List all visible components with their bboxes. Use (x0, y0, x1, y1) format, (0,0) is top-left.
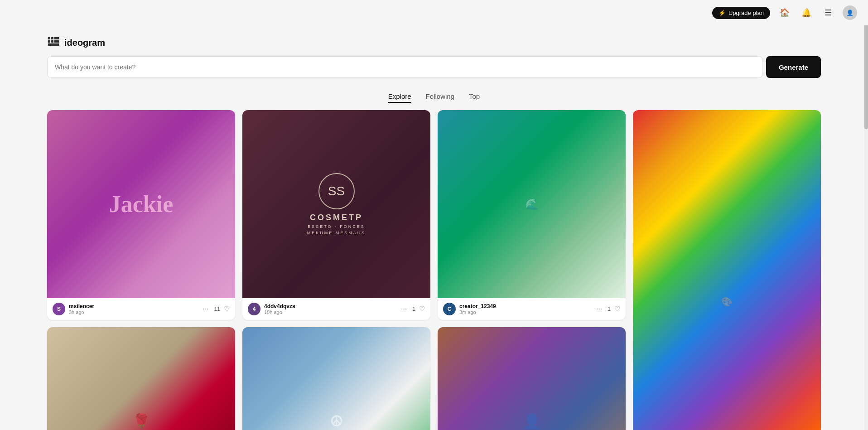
upgrade-plan-button[interactable]: ⚡ Upgrade plan (712, 7, 770, 19)
card-cosmetic-footer: 4 4ddv4dqvzs 10h ago ··· 1 ♡ (242, 298, 430, 320)
card-man-image-wrapper[interactable]: 👤 (438, 327, 626, 430)
search-input[interactable] (47, 56, 762, 78)
avatar-placeholder-icon: 👤 (846, 10, 854, 16)
user-info-msilencer: msilencer 3h ago (69, 303, 94, 315)
face-overlay: 🎨 (633, 110, 821, 430)
user-avatar-4ddv: 4 (248, 303, 260, 315)
svg-rect-2 (48, 40, 50, 43)
logo-icon (47, 36, 60, 49)
card-jackie-more-button[interactable]: ··· (201, 304, 210, 314)
cosmetic-logo-overlay: SS COSMETP ESSETO · FONCES MEKUME MÉSMAU… (242, 110, 430, 298)
home-icon: 🏠 (780, 8, 790, 18)
scrollbar[interactable] (864, 0, 868, 430)
sheep-overlay: ☮ (242, 327, 430, 430)
tab-top[interactable]: Top (469, 92, 480, 103)
card-ocean-footer: C creator_12349 3m ago ··· 1 ♡ (438, 298, 626, 320)
cosmetic-title: COSMETP (310, 213, 363, 222)
home-button[interactable]: 🏠 (777, 5, 792, 20)
card-cosmetic-like-button[interactable]: ♡ (419, 305, 425, 313)
svg-rect-6 (48, 43, 59, 46)
card-cosmetic-user: 4 4ddv4dqvzs 10h ago (248, 303, 295, 315)
svg-rect-4 (54, 37, 59, 39)
card-ocean-more-button[interactable]: ··· (594, 304, 604, 314)
jackie-overlay: Jackie (47, 110, 235, 298)
search-area: Generate (0, 56, 868, 89)
topbar-right: ⚡ Upgrade plan 🏠 🔔 ☰ 👤 (712, 5, 857, 20)
card-sheep-image-wrapper[interactable]: ☮ (242, 327, 430, 430)
notifications-button[interactable]: 🔔 (799, 5, 814, 20)
svg-rect-3 (51, 40, 53, 43)
cosmetic-sub2: MEKUME MÉSMAUS (307, 231, 366, 235)
logo-text: ideogram (64, 38, 105, 48)
upgrade-plan-label: Upgrade plan (728, 10, 764, 16)
card-ocean-user: C creator_12349 3m ago (443, 303, 496, 315)
menu-button[interactable]: ☰ (821, 5, 835, 20)
tabs-area: Explore Following Top (0, 89, 868, 110)
card-ocean-like-count: 1 (608, 306, 611, 312)
gallery: Jackie S msilencer 3h ago ··· 11 ♡ (0, 110, 868, 430)
user-info-creator: creator_12349 3m ago (459, 303, 496, 315)
main-content: ideogram Generate Explore Following Top … (0, 0, 868, 430)
card-sheep: ☮ (242, 327, 430, 430)
cosmetic-sub: ESSETO · FONCES (308, 224, 365, 229)
tab-following[interactable]: Following (426, 92, 454, 103)
man-overlay: 👤 (438, 327, 626, 430)
lightning-icon: ⚡ (719, 10, 726, 16)
card-jackie-image-wrapper[interactable]: Jackie (47, 110, 235, 298)
card-ocean-like-button[interactable]: ♡ (614, 305, 620, 313)
card-roses: 🌹 (47, 327, 235, 430)
topbar: ⚡ Upgrade plan 🏠 🔔 ☰ 👤 (0, 0, 868, 25)
user-name-creator: creator_12349 (459, 303, 496, 309)
card-cosmetic-like-count: 1 (412, 306, 415, 312)
cosmetic-circle-icon: SS (318, 173, 355, 209)
card-cosmetic-image-wrapper[interactable]: SS COSMETP ESSETO · FONCES MEKUME MÉSMAU… (242, 110, 430, 298)
card-ocean-actions: ··· 1 ♡ (594, 304, 620, 314)
card-face-image-wrapper[interactable]: 🎨 (633, 110, 821, 430)
user-time-msilencer: 3h ago (69, 309, 94, 315)
svg-rect-1 (51, 37, 53, 39)
tab-explore[interactable]: Explore (388, 92, 411, 103)
svg-rect-5 (54, 40, 59, 43)
card-jackie-actions: ··· 11 ♡ (201, 304, 230, 314)
card-man: 👤 (438, 327, 626, 430)
bell-icon: 🔔 (801, 8, 811, 18)
card-cosmetic: SS COSMETP ESSETO · FONCES MEKUME MÉSMAU… (242, 110, 430, 320)
user-avatar-msilencer: S (53, 303, 65, 315)
card-jackie-user: S msilencer 3h ago (53, 303, 94, 315)
card-jackie-like-button[interactable]: ♡ (224, 305, 230, 313)
svg-rect-0 (48, 37, 50, 39)
user-avatar-creator: C (443, 303, 456, 315)
card-cosmetic-more-button[interactable]: ··· (399, 304, 409, 314)
generate-button[interactable]: Generate (766, 56, 821, 78)
card-jackie: Jackie S msilencer 3h ago ··· 11 ♡ (47, 110, 235, 320)
menu-icon: ☰ (825, 8, 832, 18)
card-roses-image-wrapper[interactable]: 🌹 (47, 327, 235, 430)
user-time-4ddv: 10h ago (264, 309, 295, 315)
user-name-4ddv: 4ddv4dqvzs (264, 303, 295, 309)
ocean-overlay: 🌊 (438, 110, 626, 298)
card-jackie-footer: S msilencer 3h ago ··· 11 ♡ (47, 298, 235, 320)
logo-area: ideogram (0, 25, 868, 56)
card-face: 🎨 J joe_visual 13m ago ··· 2 ♡ (633, 110, 821, 430)
roses-overlay: 🌹 (47, 327, 235, 430)
user-info-4ddv: 4ddv4dqvzs 10h ago (264, 303, 295, 315)
card-cosmetic-actions: ··· 1 ♡ (399, 304, 425, 314)
user-avatar[interactable]: 👤 (843, 5, 857, 20)
card-ocean: 🌊 C creator_12349 3m ago ··· 1 ♡ (438, 110, 626, 320)
user-time-creator: 3m ago (459, 309, 496, 315)
card-jackie-like-count: 11 (214, 306, 220, 312)
card-ocean-image-wrapper[interactable]: 🌊 (438, 110, 626, 298)
user-name-msilencer: msilencer (69, 303, 94, 309)
